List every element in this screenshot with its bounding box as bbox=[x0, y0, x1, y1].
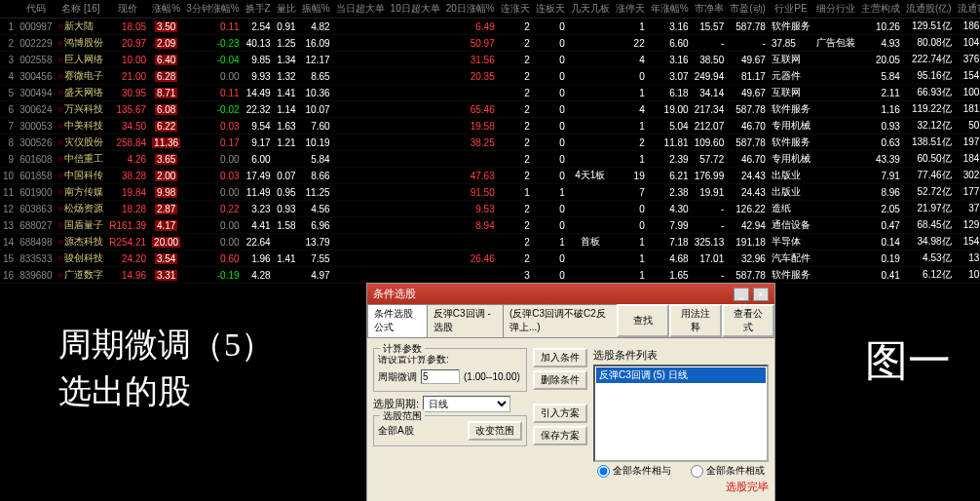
calc-params-group: 计算参数 请设置计算参数: 周期微调 (1.00--10.00) bbox=[373, 348, 527, 392]
table-row[interactable]: 12603863R松炀资源18.282.870.223.230.934.569.… bbox=[0, 201, 980, 217]
period-hint: (1.00--10.00) bbox=[464, 371, 520, 382]
table-head: 代码名称 [16]现价涨幅%3分钟涨幅%换手Z量比振幅%当日超大单10日超大单2… bbox=[0, 0, 980, 19]
col-header[interactable]: 当日超大单 bbox=[333, 0, 388, 19]
table-row[interactable]: 4300456R赛微电子21.006.280.009.931.328.6520.… bbox=[0, 68, 980, 85]
col-header[interactable]: 量比 bbox=[274, 0, 299, 19]
table-row[interactable]: 3002558R巨人网络10.006.40-0.049.851.3412.173… bbox=[0, 52, 980, 68]
col-header[interactable] bbox=[0, 0, 17, 19]
tab-rebound2[interactable]: (反弹C3回调不破C2反弹上...) bbox=[503, 304, 618, 337]
condition-listbox[interactable]: 反弹C3回调 (5) 日线 bbox=[593, 365, 769, 462]
tab-formula[interactable]: 条件选股公式 bbox=[367, 304, 428, 337]
annotation-left: 周期微调（5）选出的股 bbox=[58, 322, 274, 414]
col-header[interactable]: 连涨天 bbox=[498, 0, 533, 19]
col-header[interactable]: 年涨幅% bbox=[648, 0, 692, 19]
col-header[interactable]: 名称 [16] bbox=[56, 0, 107, 19]
period-input[interactable] bbox=[421, 369, 460, 384]
cond-item-0[interactable]: 反弹C3回调 (5) 日线 bbox=[596, 367, 766, 383]
group-title-calc: 计算参数 bbox=[380, 342, 425, 356]
col-header[interactable]: 涨停天 bbox=[613, 0, 648, 19]
scope-value: 全部A股 bbox=[378, 424, 414, 438]
col-header[interactable]: 3分钟涨幅% bbox=[183, 0, 242, 19]
cycle-select[interactable]: 日线 bbox=[423, 396, 510, 412]
radio-and[interactable] bbox=[597, 465, 610, 478]
close-icon[interactable]: × bbox=[753, 288, 769, 301]
tab-rebound[interactable]: 反弹C3回调 - 选股 bbox=[427, 304, 504, 337]
table-row[interactable]: 13688027R国盾量子R161.394.170.004.411.586.96… bbox=[0, 217, 980, 234]
condlist-label: 选股条件列表 bbox=[593, 348, 769, 363]
col-header[interactable]: 市净率 bbox=[692, 0, 728, 19]
dialog-titlebar[interactable]: 条件选股 _ × bbox=[367, 284, 774, 304]
table-row[interactable]: 11601900R南方传媒19.849.980.0011.490.9511.25… bbox=[0, 184, 980, 201]
table-row[interactable]: 14688498R源杰科技R254.2120.000.0022.6413.792… bbox=[0, 234, 980, 250]
table-row[interactable]: 10601858R中国科传38.282.000.0317.490.078.664… bbox=[0, 168, 980, 184]
search-button[interactable]: 查找 bbox=[617, 304, 669, 337]
col-header[interactable]: 连板天 bbox=[533, 0, 568, 19]
table-row[interactable]: 5300494R盛天网络30.958.710.1114.491.4110.362… bbox=[0, 85, 980, 101]
usage-button[interactable]: 用法注释 bbox=[669, 304, 722, 337]
col-header[interactable]: 行业PE bbox=[769, 0, 813, 19]
del-cond-button[interactable]: 删除条件 bbox=[533, 370, 587, 390]
col-header[interactable]: 换手Z bbox=[243, 0, 274, 19]
table-row[interactable]: 15833533R骏创科技24.203.540.601.961.417.5526… bbox=[0, 250, 980, 267]
import-button[interactable]: 引入方案 bbox=[533, 404, 587, 423]
col-header[interactable]: 代码 bbox=[17, 0, 55, 19]
col-header[interactable]: 现价 bbox=[106, 0, 149, 19]
table-row[interactable]: 8300526R灾仪股份258.8411.360.179.171.2110.19… bbox=[0, 135, 980, 151]
col-header[interactable]: 市盈(动) bbox=[727, 0, 769, 19]
finish-link[interactable]: 选股完毕 bbox=[726, 481, 769, 492]
scope-title: 选股范围 bbox=[380, 409, 425, 423]
showcode-button[interactable]: 查看公式 bbox=[722, 304, 774, 337]
table-row[interactable]: 2002229R鸿博股份20.972.09-0.2340.131.2516.09… bbox=[0, 35, 980, 52]
col-header[interactable]: 振幅% bbox=[299, 0, 333, 19]
table-row[interactable]: 7300053R中美科技34.506.220.039.541.637.6019.… bbox=[0, 118, 980, 135]
radio-or[interactable] bbox=[691, 465, 703, 478]
condition-select-dialog: 条件选股 _ × 条件选股公式 反弹C3回调 - 选股 (反弹C3回调不破C2反… bbox=[366, 283, 775, 501]
table-row[interactable]: 6300624R万兴科技135.676.08-0.0222.321.1410.0… bbox=[0, 101, 980, 118]
table-row[interactable]: 1000997R新大陆18.053.500.112.540.914.826.49… bbox=[0, 19, 980, 35]
col-header[interactable]: 流通市值A bbox=[955, 0, 980, 19]
col-header[interactable]: 20日涨幅% bbox=[443, 0, 498, 19]
col-header[interactable]: 10日超大单 bbox=[388, 0, 443, 19]
col-header[interactable]: 几天几板 bbox=[568, 0, 613, 19]
col-header[interactable]: 涨幅% bbox=[149, 0, 183, 19]
save-button[interactable]: 保存方案 bbox=[533, 426, 587, 445]
dialog-tabs: 条件选股公式 反弹C3回调 - 选股 (反弹C3回调不破C2反弹上...) 查找… bbox=[367, 304, 774, 338]
change-range-button[interactable]: 改变范围 bbox=[468, 421, 522, 441]
stock-table: 代码名称 [16]现价涨幅%3分钟涨幅%换手Z量比振幅%当日超大单10日超大单2… bbox=[0, 0, 980, 284]
col-header[interactable]: 主营构成 bbox=[858, 0, 903, 19]
add-cond-button[interactable]: 加入条件 bbox=[533, 348, 587, 367]
minimize-icon[interactable]: _ bbox=[734, 288, 749, 301]
period-label: 周期微调 bbox=[378, 370, 417, 384]
annotation-right: 图一 bbox=[865, 331, 951, 392]
dialog-title-text: 条件选股 bbox=[373, 287, 416, 301]
table-body: 1000997R新大陆18.053.500.112.540.914.826.49… bbox=[0, 19, 980, 284]
col-header[interactable]: 细分行业 bbox=[813, 0, 858, 19]
scope-group: 选股范围 全部A股 改变范围 bbox=[373, 415, 527, 446]
table-row[interactable]: 9601608R中信重工4.263.650.006.005.842012.395… bbox=[0, 151, 980, 168]
col-header[interactable]: 流通股(亿) bbox=[903, 0, 955, 19]
table-row[interactable]: 16839680R广道数字14.963.31-0.194.284.973011.… bbox=[0, 267, 980, 284]
window-controls: _ × bbox=[733, 288, 769, 301]
